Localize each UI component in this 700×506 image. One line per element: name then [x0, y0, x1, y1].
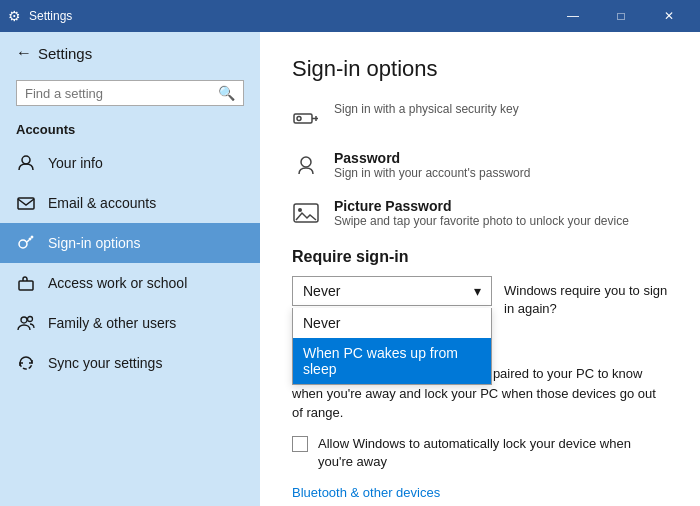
- picture-password-icon: [292, 200, 320, 228]
- security-key-icon: [292, 104, 320, 132]
- svg-point-9: [297, 117, 301, 121]
- sidebar-item-email-accounts[interactable]: Email & accounts: [0, 183, 260, 223]
- titlebar-controls: — □ ✕: [550, 0, 692, 32]
- signin-option-picture-password: Picture Password Swipe and tap your favo…: [292, 198, 668, 228]
- dropdown-value: Never: [303, 283, 340, 299]
- svg-point-0: [22, 156, 30, 164]
- dropdown-option-sleep[interactable]: When PC wakes up from sleep: [293, 338, 491, 384]
- main-container: ← Settings 🔍 Accounts Your info Email & …: [0, 32, 700, 506]
- dropdown-box[interactable]: Never ▾: [292, 276, 492, 306]
- dropdown-row: Never ▾ Never When PC wakes up from slee…: [292, 276, 668, 318]
- sidebar-item-sync[interactable]: Sync your settings: [0, 343, 260, 383]
- svg-point-4: [21, 317, 27, 323]
- content-area: Sign-in options Sign in with a physical …: [260, 32, 700, 506]
- picture-password-title: Picture Password: [334, 198, 629, 214]
- security-key-desc: Sign in with a physical security key: [334, 102, 519, 116]
- svg-rect-1: [18, 198, 34, 209]
- password-text: Password Sign in with your account's pas…: [334, 150, 530, 180]
- sidebar-item-access-work[interactable]: Access work or school: [0, 263, 260, 303]
- require-signin-question: Windows require you to sign in again?: [504, 282, 668, 318]
- key-icon: [16, 233, 36, 253]
- sync-icon: [16, 353, 36, 373]
- titlebar-title: Settings: [29, 9, 72, 23]
- password-title: Password: [334, 150, 530, 166]
- sidebar-item-family-users[interactable]: Family & other users: [0, 303, 260, 343]
- search-box[interactable]: 🔍: [16, 80, 244, 106]
- dropdown-container[interactable]: Never ▾ Never When PC wakes up from slee…: [292, 276, 492, 306]
- titlebar-left: ⚙ Settings: [8, 8, 72, 24]
- sidebar: ← Settings 🔍 Accounts Your info Email & …: [0, 32, 260, 506]
- checkbox-label: Allow Windows to automatically lock your…: [318, 435, 668, 471]
- sidebar-item-label-access: Access work or school: [48, 275, 187, 291]
- svg-rect-3: [19, 281, 33, 290]
- svg-point-12: [298, 208, 302, 212]
- dropdown-option-never[interactable]: Never: [293, 308, 491, 338]
- search-icon: 🔍: [218, 85, 235, 101]
- titlebar: ⚙ Settings — □ ✕: [0, 0, 700, 32]
- page-title: Sign-in options: [292, 56, 668, 82]
- password-icon: [292, 152, 320, 180]
- back-arrow-icon: ←: [16, 44, 32, 62]
- people-icon: [16, 313, 36, 333]
- signin-option-security-key: Sign in with a physical security key: [292, 102, 668, 132]
- sidebar-item-label-sync: Sync your settings: [48, 355, 162, 371]
- sidebar-app-title: Settings: [38, 45, 92, 62]
- sidebar-item-label-email: Email & accounts: [48, 195, 156, 211]
- maximize-button[interactable]: □: [598, 0, 644, 32]
- sidebar-item-label-your-info: Your info: [48, 155, 103, 171]
- back-button[interactable]: ← Settings: [16, 44, 244, 62]
- chevron-down-icon: ▾: [474, 283, 481, 299]
- signin-option-password: Password Sign in with your account's pas…: [292, 150, 668, 180]
- dropdown-menu: Never When PC wakes up from sleep: [292, 308, 492, 385]
- checkbox-row: Allow Windows to automatically lock your…: [292, 435, 668, 471]
- minimize-button[interactable]: —: [550, 0, 596, 32]
- sidebar-item-label-family: Family & other users: [48, 315, 176, 331]
- close-button[interactable]: ✕: [646, 0, 692, 32]
- require-signin-heading: Require sign-in: [292, 248, 668, 266]
- password-desc: Sign in with your account's password: [334, 166, 530, 180]
- accounts-section-label: Accounts: [0, 118, 260, 143]
- email-icon: [16, 193, 36, 213]
- svg-point-5: [28, 317, 33, 322]
- settings-icon: ⚙: [8, 8, 21, 24]
- picture-password-text: Picture Password Swipe and tap your favo…: [334, 198, 629, 228]
- auto-lock-checkbox[interactable]: [292, 436, 308, 452]
- person-icon: [16, 153, 36, 173]
- security-key-text: Sign in with a physical security key: [334, 102, 519, 116]
- sidebar-item-sign-in-options[interactable]: Sign-in options: [0, 223, 260, 263]
- sidebar-item-label-signin: Sign-in options: [48, 235, 141, 251]
- picture-password-desc: Swipe and tap your favorite photo to unl…: [334, 214, 629, 228]
- bluetooth-link[interactable]: Bluetooth & other devices: [292, 485, 668, 500]
- sidebar-top: ← Settings: [0, 32, 260, 80]
- svg-point-10: [301, 157, 311, 167]
- briefcase-icon: [16, 273, 36, 293]
- search-input[interactable]: [25, 86, 218, 101]
- sidebar-item-your-info[interactable]: Your info: [0, 143, 260, 183]
- svg-point-2: [19, 240, 27, 248]
